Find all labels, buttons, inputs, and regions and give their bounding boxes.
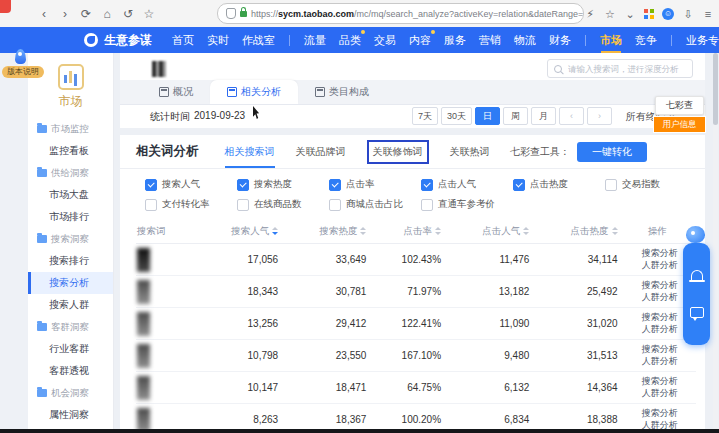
metric-online-items[interactable]: 在线商品数	[237, 198, 329, 211]
refresh-icon[interactable]: ⟳	[80, 7, 92, 21]
assistant-circle-icon[interactable]: ☺	[662, 8, 674, 20]
search-analysis-link[interactable]: 搜索分析	[625, 376, 695, 388]
nav-trade[interactable]: 交易	[374, 27, 396, 53]
nav-service[interactable]: 服务	[444, 27, 466, 53]
customer-service-chat-icon[interactable]	[690, 307, 704, 318]
sidebar-item-customer-perspective[interactable]: 客群透视	[28, 360, 113, 382]
chevron-down-icon[interactable]: ⌄	[624, 7, 636, 21]
metric-click-rate[interactable]: 点击率	[329, 178, 421, 191]
range-day-button[interactable]: 日	[475, 107, 500, 125]
tab-overview[interactable]: 概况	[142, 80, 210, 104]
userinfo-tool-button[interactable]: 用户信息	[653, 116, 706, 133]
sort-arrows-icon[interactable]	[612, 227, 618, 235]
sidebar-section-search-insight[interactable]: 搜索洞察	[28, 228, 113, 250]
crowd-analysis-link[interactable]: 人群分析	[625, 388, 695, 400]
nav-traffic[interactable]: 流量	[304, 27, 326, 53]
nav-divider[interactable]	[671, 35, 672, 46]
lightning-icon[interactable]: ⚡	[584, 7, 596, 21]
forward-icon[interactable]: ›	[59, 7, 71, 21]
crowd-analysis-link[interactable]: 人群分析	[625, 356, 695, 368]
col-search-popularity[interactable]: 搜索人气	[191, 219, 279, 244]
version-badge[interactable]: 版本说明	[2, 66, 44, 78]
nav-home[interactable]: 首页	[172, 27, 194, 53]
sidebar-section-opportunity-insight[interactable]: 机会洞察	[28, 382, 113, 404]
search-analysis-link[interactable]: 搜索分析	[625, 344, 695, 356]
range-week-button[interactable]: 周	[503, 107, 528, 125]
tab-related-hot-words[interactable]: 关联热词	[450, 135, 490, 168]
col-search-heat[interactable]: 搜索热度	[279, 219, 367, 244]
sidebar-item-industry-customers[interactable]: 行业客群	[28, 338, 113, 360]
tab-related-analysis[interactable]: 相关分析	[210, 80, 298, 104]
range-month-button[interactable]: 月	[531, 107, 556, 125]
nav-market[interactable]: 市场	[600, 27, 622, 53]
tab-related-brand-words[interactable]: 关联品牌词	[296, 135, 346, 168]
cell-click-popularity: 11,090	[442, 308, 530, 340]
sidebar-section-customer-insight[interactable]: 客群洞察	[28, 316, 113, 338]
qicai-tool-button[interactable]: 七彩查	[655, 96, 704, 115]
back-icon[interactable]: ‹	[38, 7, 50, 21]
nav-competition[interactable]: 竞争	[635, 27, 657, 53]
col-click-rate[interactable]: 点击率	[367, 219, 442, 244]
nav-marketing[interactable]: 营销	[479, 27, 501, 53]
nav-warroom[interactable]: 作战室	[242, 27, 275, 53]
tab-category-composition[interactable]: 类目构成	[298, 80, 386, 104]
sidebar-section-supply-insight[interactable]: 供给洞察	[28, 162, 113, 184]
metric-trade-index[interactable]: 交易指数	[605, 178, 697, 191]
table-row: 10,798 23,550 167.10% 9,480 31,513 搜索分析 …	[136, 340, 696, 372]
download-icon[interactable]: ⇩	[682, 7, 694, 21]
sidebar-item-market-ranking[interactable]: 市场排行	[28, 206, 113, 228]
cell-click-heat: 14,364	[530, 372, 618, 404]
range-30d-button[interactable]: 30天	[441, 107, 472, 125]
col-click-popularity[interactable]: 点击人气	[442, 219, 530, 244]
metric-search-heat[interactable]: 搜索热度	[237, 178, 329, 191]
col-search-word[interactable]: 搜索词	[136, 219, 191, 244]
nav-business-zone[interactable]: 业务专区	[686, 27, 719, 53]
sidebar-item-market-overview[interactable]: 市场大盘	[28, 184, 113, 206]
metric-ztc-ref-price[interactable]: 直通车参考价	[421, 198, 513, 211]
metric-pay-conversion[interactable]: 支付转化率	[145, 198, 237, 211]
keyword-search-box[interactable]	[547, 59, 693, 78]
nav-divider[interactable]	[585, 35, 586, 46]
nav-logistics[interactable]: 物流	[514, 27, 536, 53]
col-click-heat[interactable]: 点击热度	[530, 219, 618, 244]
col-actions[interactable]: 操作	[619, 219, 696, 244]
prev-date-button[interactable]: ‹	[559, 107, 584, 125]
sidebar-item-search-analysis[interactable]: 搜索分析	[28, 272, 113, 294]
scrollbar-thumb[interactable]	[713, 53, 718, 125]
nav-category[interactable]: 品类	[339, 27, 361, 53]
sort-arrows-icon[interactable]	[523, 227, 529, 235]
tab-related-modifier-words[interactable]: 关联修饰词	[367, 140, 429, 164]
search-input[interactable]	[566, 63, 686, 75]
one-click-convert-button[interactable]: 一键转化	[577, 142, 647, 162]
sidebar-item-attribute-insight[interactable]: 属性洞察	[28, 404, 113, 426]
nav-realtime[interactable]: 实时	[207, 27, 229, 53]
sidebar-item-search-crowd[interactable]: 搜索人群	[28, 294, 113, 316]
range-7d-button[interactable]: 7天	[412, 107, 438, 125]
favorite-star-icon[interactable]: ☆	[604, 7, 616, 21]
nav-divider[interactable]	[289, 35, 290, 46]
history-icon[interactable]: ↺	[122, 7, 134, 21]
sort-arrows-icon[interactable]	[435, 227, 441, 235]
notification-bell-icon[interactable]	[691, 270, 703, 280]
metric-click-popularity[interactable]: 点击人气	[421, 178, 513, 191]
menu-icon[interactable]: ≡	[702, 7, 714, 21]
home-icon[interactable]: ⌂	[101, 7, 113, 21]
cell-search-heat: 29,412	[279, 308, 367, 340]
metric-mall-click-share[interactable]: 商城点击占比	[329, 198, 421, 211]
rocket-icon[interactable]	[15, 49, 26, 64]
sort-arrows-icon[interactable]	[272, 227, 278, 235]
metric-search-popularity[interactable]: 搜索人气	[145, 178, 237, 191]
tab-related-search-words[interactable]: 相关搜索词	[225, 135, 275, 168]
next-date-button[interactable]: ›	[587, 107, 612, 125]
search-analysis-link[interactable]: 搜索分析	[625, 408, 695, 420]
sidebar-item-search-ranking[interactable]: 搜索排行	[28, 250, 113, 272]
extensions-grid-icon[interactable]	[644, 9, 654, 19]
nav-content[interactable]: 内容	[409, 27, 431, 53]
address-bar[interactable]: https://sycm.taobao.com/mc/mq/search_ana…	[217, 3, 584, 24]
nav-finance[interactable]: 财务	[549, 27, 571, 53]
metric-click-heat[interactable]: 点击热度	[513, 178, 605, 191]
sidebar-item-monitor-board[interactable]: 监控看板	[28, 140, 113, 162]
sort-arrows-icon[interactable]	[360, 227, 366, 235]
sidebar-section-market-monitor[interactable]: 市场监控	[28, 118, 113, 140]
bookmark-star-icon[interactable]: ☆	[143, 7, 155, 21]
